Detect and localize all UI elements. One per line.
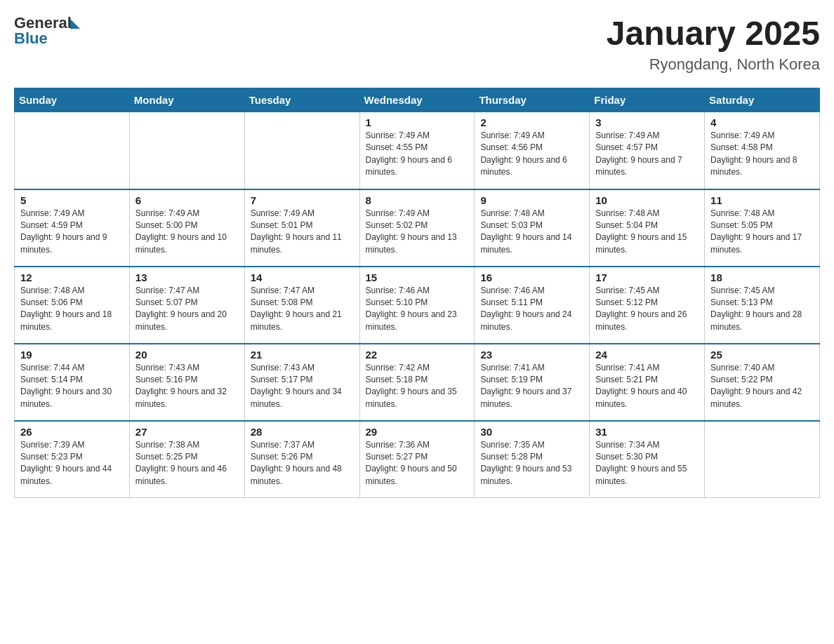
calendar-cell: 11Sunrise: 7:48 AMSunset: 5:05 PMDayligh… (705, 189, 820, 267)
day-number: 22 (366, 349, 469, 361)
day-info: Sunrise: 7:49 AMSunset: 4:57 PMDaylight:… (595, 130, 699, 179)
title-section: January 2025 Ryongdang, North Korea (607, 14, 820, 74)
day-info: Sunrise: 7:40 AMSunset: 5:22 PMDaylight:… (710, 362, 814, 411)
day-info: Sunrise: 7:44 AMSunset: 5:14 PMDaylight:… (20, 362, 124, 411)
calendar-cell: 7Sunrise: 7:49 AMSunset: 5:01 PMDaylight… (244, 189, 359, 267)
calendar-cell: 29Sunrise: 7:36 AMSunset: 5:27 PMDayligh… (359, 421, 475, 498)
calendar-cell: 19Sunrise: 7:44 AMSunset: 5:14 PMDayligh… (15, 344, 130, 421)
day-number: 30 (480, 426, 583, 438)
day-info: Sunrise: 7:38 AMSunset: 5:25 PMDaylight:… (135, 439, 239, 488)
day-number: 28 (251, 426, 354, 438)
header-wednesday: Wednesday (359, 88, 475, 112)
day-info: Sunrise: 7:48 AMSunset: 5:05 PMDaylight:… (710, 208, 814, 257)
day-info: Sunrise: 7:48 AMSunset: 5:06 PMDaylight:… (20, 285, 124, 334)
calendar-cell: 26Sunrise: 7:39 AMSunset: 5:23 PMDayligh… (15, 421, 130, 498)
day-info: Sunrise: 7:37 AMSunset: 5:26 PMDaylight:… (251, 439, 354, 488)
day-number: 15 (366, 271, 469, 283)
calendar-week-row: 26Sunrise: 7:39 AMSunset: 5:23 PMDayligh… (15, 421, 820, 498)
calendar-cell (705, 421, 820, 498)
day-info: Sunrise: 7:46 AMSunset: 5:11 PMDaylight:… (480, 285, 583, 334)
calendar-cell: 27Sunrise: 7:38 AMSunset: 5:25 PMDayligh… (129, 421, 244, 498)
day-number: 7 (251, 194, 354, 206)
day-info: Sunrise: 7:46 AMSunset: 5:10 PMDaylight:… (366, 285, 469, 334)
day-number: 4 (710, 116, 814, 128)
day-number: 19 (20, 349, 124, 361)
calendar-week-row: 5Sunrise: 7:49 AMSunset: 4:59 PMDaylight… (15, 189, 820, 267)
day-info: Sunrise: 7:49 AMSunset: 5:01 PMDaylight:… (251, 208, 354, 257)
calendar-week-row: 12Sunrise: 7:48 AMSunset: 5:06 PMDayligh… (15, 267, 820, 344)
calendar-cell: 5Sunrise: 7:49 AMSunset: 4:59 PMDaylight… (15, 189, 130, 267)
day-number: 31 (595, 426, 699, 438)
calendar-table: SundayMondayTuesdayWednesdayThursdayFrid… (14, 88, 820, 498)
day-number: 21 (251, 349, 354, 361)
day-info: Sunrise: 7:49 AMSunset: 5:02 PMDaylight:… (366, 208, 469, 257)
calendar-cell (244, 112, 359, 189)
calendar-cell: 1Sunrise: 7:49 AMSunset: 4:55 PMDaylight… (359, 112, 475, 189)
day-info: Sunrise: 7:45 AMSunset: 5:13 PMDaylight:… (710, 285, 814, 334)
calendar-week-row: 1Sunrise: 7:49 AMSunset: 4:55 PMDaylight… (15, 112, 820, 189)
day-number: 8 (366, 194, 469, 206)
logo-blue-text: Blue (14, 29, 48, 48)
day-info: Sunrise: 7:36 AMSunset: 5:27 PMDaylight:… (366, 439, 469, 488)
calendar-title: January 2025 (607, 14, 820, 53)
day-info: Sunrise: 7:45 AMSunset: 5:12 PMDaylight:… (595, 285, 699, 334)
day-number: 27 (135, 426, 239, 438)
day-info: Sunrise: 7:48 AMSunset: 5:04 PMDaylight:… (595, 208, 699, 257)
calendar-cell: 16Sunrise: 7:46 AMSunset: 5:11 PMDayligh… (475, 267, 590, 344)
day-info: Sunrise: 7:35 AMSunset: 5:28 PMDaylight:… (480, 439, 583, 488)
calendar-cell: 23Sunrise: 7:41 AMSunset: 5:19 PMDayligh… (475, 344, 590, 421)
calendar-cell: 22Sunrise: 7:42 AMSunset: 5:18 PMDayligh… (359, 344, 475, 421)
calendar-cell: 9Sunrise: 7:48 AMSunset: 5:03 PMDaylight… (475, 189, 590, 267)
page-header: General Blue January 2025 Ryongdang, Nor… (14, 14, 820, 74)
day-number: 26 (20, 426, 124, 438)
calendar-cell: 25Sunrise: 7:40 AMSunset: 5:22 PMDayligh… (705, 344, 820, 421)
calendar-cell: 18Sunrise: 7:45 AMSunset: 5:13 PMDayligh… (705, 267, 820, 344)
day-number: 11 (710, 194, 814, 206)
calendar-cell: 30Sunrise: 7:35 AMSunset: 5:28 PMDayligh… (475, 421, 590, 498)
calendar-header-row: SundayMondayTuesdayWednesdayThursdayFrid… (15, 88, 820, 112)
day-number: 16 (480, 271, 583, 283)
day-number: 17 (595, 271, 699, 283)
calendar-cell: 13Sunrise: 7:47 AMSunset: 5:07 PMDayligh… (129, 267, 244, 344)
calendar-week-row: 19Sunrise: 7:44 AMSunset: 5:14 PMDayligh… (15, 344, 820, 421)
calendar-cell: 31Sunrise: 7:34 AMSunset: 5:30 PMDayligh… (590, 421, 705, 498)
day-number: 5 (20, 194, 124, 206)
calendar-cell: 3Sunrise: 7:49 AMSunset: 4:57 PMDaylight… (590, 112, 705, 189)
day-number: 24 (595, 349, 699, 361)
day-number: 29 (366, 426, 469, 438)
logo-triangle-icon (70, 19, 80, 29)
logo: General Blue (14, 14, 80, 48)
calendar-cell: 4Sunrise: 7:49 AMSunset: 4:58 PMDaylight… (705, 112, 820, 189)
calendar-cell: 17Sunrise: 7:45 AMSunset: 5:12 PMDayligh… (590, 267, 705, 344)
day-number: 14 (251, 271, 354, 283)
day-info: Sunrise: 7:49 AMSunset: 4:55 PMDaylight:… (366, 130, 469, 179)
day-number: 1 (366, 116, 469, 128)
calendar-cell: 21Sunrise: 7:43 AMSunset: 5:17 PMDayligh… (244, 344, 359, 421)
calendar-subtitle: Ryongdang, North Korea (607, 55, 820, 74)
calendar-cell: 8Sunrise: 7:49 AMSunset: 5:02 PMDaylight… (359, 189, 475, 267)
day-number: 9 (480, 194, 583, 206)
day-info: Sunrise: 7:42 AMSunset: 5:18 PMDaylight:… (366, 362, 469, 411)
day-info: Sunrise: 7:49 AMSunset: 4:56 PMDaylight:… (480, 130, 583, 179)
day-number: 6 (135, 194, 239, 206)
calendar-cell: 20Sunrise: 7:43 AMSunset: 5:16 PMDayligh… (129, 344, 244, 421)
day-info: Sunrise: 7:49 AMSunset: 4:58 PMDaylight:… (710, 130, 814, 179)
day-number: 3 (595, 116, 699, 128)
day-number: 13 (135, 271, 239, 283)
day-info: Sunrise: 7:43 AMSunset: 5:16 PMDaylight:… (135, 362, 239, 411)
calendar-cell: 10Sunrise: 7:48 AMSunset: 5:04 PMDayligh… (590, 189, 705, 267)
day-info: Sunrise: 7:47 AMSunset: 5:08 PMDaylight:… (251, 285, 354, 334)
day-info: Sunrise: 7:48 AMSunset: 5:03 PMDaylight:… (480, 208, 583, 257)
calendar-cell: 12Sunrise: 7:48 AMSunset: 5:06 PMDayligh… (15, 267, 130, 344)
day-number: 2 (480, 116, 583, 128)
header-thursday: Thursday (475, 88, 590, 112)
day-info: Sunrise: 7:47 AMSunset: 5:07 PMDaylight:… (135, 285, 239, 334)
header-friday: Friday (590, 88, 705, 112)
day-info: Sunrise: 7:41 AMSunset: 5:21 PMDaylight:… (595, 362, 699, 411)
calendar-cell (15, 112, 130, 189)
header-monday: Monday (129, 88, 244, 112)
day-info: Sunrise: 7:49 AMSunset: 5:00 PMDaylight:… (135, 208, 239, 257)
day-number: 23 (480, 349, 583, 361)
calendar-cell: 28Sunrise: 7:37 AMSunset: 5:26 PMDayligh… (244, 421, 359, 498)
header-sunday: Sunday (15, 88, 130, 112)
